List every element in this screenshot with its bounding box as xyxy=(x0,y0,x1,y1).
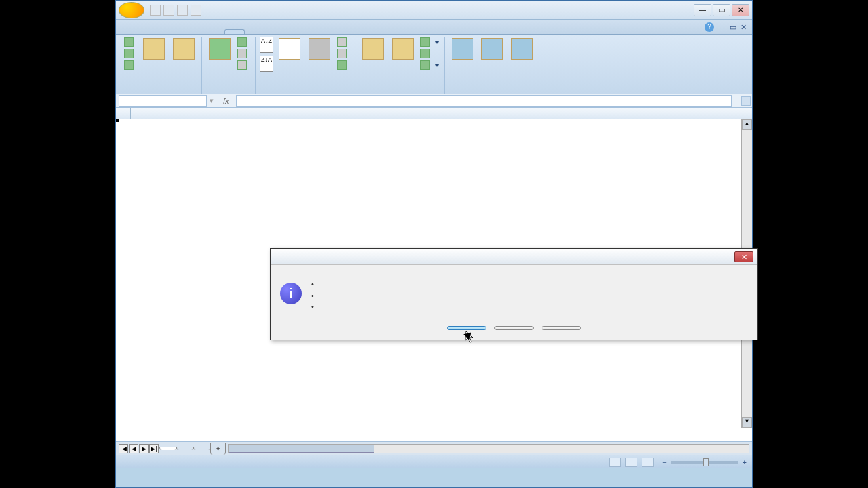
csv-compat-dialog: ✕ i xyxy=(270,248,758,340)
mdi-restore-icon[interactable]: ▭ xyxy=(730,23,736,32)
filter-button[interactable] xyxy=(306,37,333,62)
dialog-bullet xyxy=(311,290,314,302)
fx-icon[interactable]: fx xyxy=(216,97,236,105)
info-icon: i xyxy=(280,283,302,304)
select-all-button[interactable] xyxy=(116,108,131,119)
dialog-bullet xyxy=(311,301,314,312)
connections-icon xyxy=(173,38,195,60)
dialog-bullet xyxy=(311,279,314,290)
redo-icon[interactable] xyxy=(177,5,188,16)
web-icon xyxy=(124,49,134,58)
dup-icon xyxy=(392,38,414,60)
last-sheet-icon[interactable]: ▶| xyxy=(149,444,159,453)
validation-icon xyxy=(420,37,430,47)
properties-button xyxy=(236,48,251,59)
ungroup-button[interactable] xyxy=(479,37,506,62)
from-access-button[interactable] xyxy=(123,37,138,47)
sort-za-button[interactable]: Z↓A xyxy=(260,56,273,72)
zoom-in-button[interactable]: + xyxy=(743,458,747,466)
new-sheet-button[interactable]: ✦ xyxy=(210,443,226,455)
close-button[interactable]: ✕ xyxy=(732,4,749,16)
whatif-icon xyxy=(420,60,430,70)
normal-view-button[interactable] xyxy=(609,458,621,467)
sort-az-button[interactable]: A↓Z xyxy=(260,37,273,53)
props-icon xyxy=(237,49,247,58)
text-icon xyxy=(124,60,134,70)
ungroup-icon xyxy=(481,38,503,60)
group-label xyxy=(123,92,197,94)
page-break-view-button[interactable] xyxy=(642,458,654,467)
tab-formulas[interactable] xyxy=(205,30,224,34)
sheet-tab-active[interactable] xyxy=(159,447,177,450)
name-box[interactable] xyxy=(119,95,207,107)
tab-view[interactable] xyxy=(264,30,283,34)
scroll-up-icon[interactable]: ▲ xyxy=(742,119,752,130)
mdi-close-icon[interactable]: ✕ xyxy=(741,23,747,32)
prev-sheet-icon[interactable]: ◀ xyxy=(129,444,138,453)
active-cell-indicator xyxy=(116,119,119,122)
horizontal-scrollbar[interactable] xyxy=(228,444,749,453)
sort-button[interactable] xyxy=(276,37,303,62)
remove-duplicates-button[interactable] xyxy=(389,37,416,62)
print-icon[interactable] xyxy=(191,5,201,16)
first-sheet-icon[interactable]: |◀ xyxy=(119,444,128,453)
sort-icon xyxy=(279,38,300,60)
tab-data[interactable] xyxy=(224,29,245,34)
group-button[interactable] xyxy=(449,37,476,62)
excel-window: — ▭ ✕ ? — ▭ ✕ xyxy=(115,0,753,488)
help-icon[interactable]: ? xyxy=(705,22,714,32)
sheet-tab[interactable] xyxy=(176,447,194,450)
office-button[interactable] xyxy=(119,2,144,18)
reapply-button xyxy=(336,48,351,59)
sheet-tab[interactable] xyxy=(193,447,211,450)
ribbon-tabs: ? — ▭ ✕ xyxy=(116,20,752,35)
editlinks-icon xyxy=(237,60,247,70)
no-button[interactable] xyxy=(494,326,534,330)
expand-formula-icon[interactable] xyxy=(741,96,751,106)
dialog-close-button[interactable]: ✕ xyxy=(734,251,753,262)
tab-home[interactable] xyxy=(149,30,167,34)
clear-icon xyxy=(337,37,347,47)
filter-icon xyxy=(309,38,330,60)
edit-links-button xyxy=(236,60,251,70)
undo-icon[interactable] xyxy=(163,5,174,16)
connections-button[interactable] xyxy=(236,37,251,47)
title-bar: — ▭ ✕ xyxy=(116,1,752,20)
from-text-button[interactable] xyxy=(123,60,138,70)
whatif-button[interactable]: ▾ xyxy=(419,60,440,70)
next-sheet-icon[interactable]: ▶ xyxy=(139,444,149,453)
zoom-out-button[interactable]: − xyxy=(662,458,666,466)
formula-bar: ▾ fx xyxy=(116,94,752,108)
text-to-columns-button[interactable] xyxy=(359,37,387,62)
advanced-icon xyxy=(337,60,347,70)
page-layout-view-button[interactable] xyxy=(625,458,637,467)
from-other-sources-button[interactable] xyxy=(140,37,167,62)
data-validation-button[interactable]: ▾ xyxy=(419,37,440,47)
sheet-tabs-bar: |◀ ◀ ▶ ▶| ✦ xyxy=(116,441,752,455)
consolidate-button[interactable] xyxy=(419,48,440,59)
scroll-down-icon[interactable]: ▼ xyxy=(742,417,752,428)
consolidate-icon xyxy=(420,49,430,58)
tab-insert[interactable] xyxy=(167,30,186,34)
minimize-button[interactable]: — xyxy=(694,4,711,16)
mdi-minimize-icon[interactable]: — xyxy=(718,23,726,31)
help-button[interactable] xyxy=(542,326,581,330)
reapply-icon xyxy=(337,49,347,58)
zoom-slider[interactable] xyxy=(671,461,738,464)
tab-page-layout[interactable] xyxy=(186,30,205,34)
formula-input[interactable] xyxy=(236,95,732,107)
maximize-button[interactable]: ▭ xyxy=(713,4,730,16)
advanced-button[interactable] xyxy=(336,60,351,70)
ttc-icon xyxy=(362,38,384,60)
save-icon[interactable] xyxy=(150,5,161,16)
link-icon xyxy=(237,37,247,47)
dialog-titlebar[interactable]: ✕ xyxy=(271,249,757,265)
refresh-all-button[interactable] xyxy=(206,37,233,62)
tab-review[interactable] xyxy=(245,30,264,34)
status-bar: − + xyxy=(116,455,752,468)
subtotal-button[interactable] xyxy=(509,37,536,62)
access-icon xyxy=(124,37,134,47)
existing-connections-button[interactable] xyxy=(170,37,197,62)
from-web-button[interactable] xyxy=(123,48,138,59)
yes-button[interactable] xyxy=(447,326,486,330)
